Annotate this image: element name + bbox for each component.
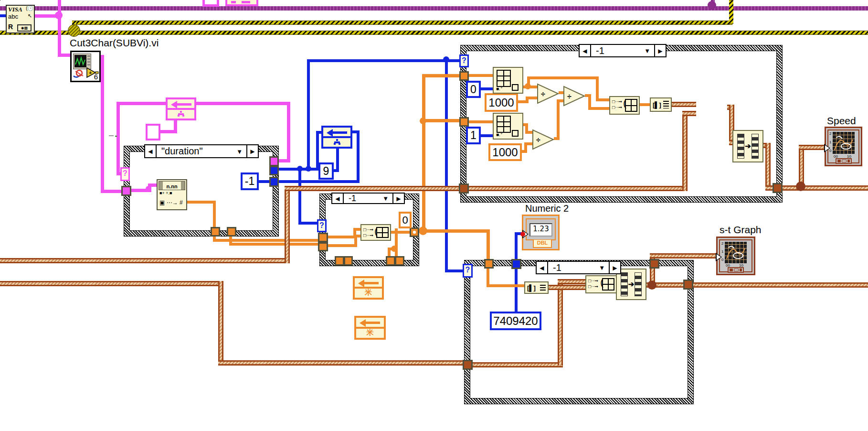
wire-1000a-h2[interactable] <box>526 97 538 99</box>
wire-botcase-inside-h[interactable] <box>472 362 563 367</box>
wire-ba1-out[interactable] <box>640 103 651 106</box>
wire-ba1-top-h[interactable] <box>596 98 609 101</box>
wire-array-left-riser[interactable] <box>285 188 290 263</box>
tunnel-middle-in2[interactable] <box>318 242 328 251</box>
divide-node-2[interactable]: ÷ <box>563 86 585 106</box>
wire-selector-feed-v[interactable] <box>116 102 120 175</box>
wire-ba3-top-in[interactable] <box>558 279 586 284</box>
st-graph-label[interactable]: s-t Graph <box>720 224 762 236</box>
wire-0big-h[interactable] <box>481 87 494 90</box>
cluster-node-1[interactable]: [▌] <box>650 97 672 112</box>
wire-td2-h[interactable] <box>229 243 323 246</box>
wire-t3-stub-v[interactable] <box>388 248 391 257</box>
interp-array-node-1[interactable]: ➔ <box>732 130 763 162</box>
tunnel-big-array-in[interactable] <box>459 183 469 194</box>
subvi-node[interactable]: + 6 <box>70 51 101 82</box>
wire-main-v[interactable] <box>422 74 425 232</box>
case-next-icon[interactable]: ► <box>609 262 620 273</box>
wire-match-out-h[interactable] <box>196 102 290 105</box>
wire-long-up-v[interactable] <box>307 59 310 170</box>
wire-array-bigcase-up[interactable] <box>682 111 688 191</box>
match-pattern-node[interactable] <box>166 97 196 120</box>
divide-node-3[interactable]: ÷ <box>532 129 554 150</box>
wire-m2-h[interactable] <box>327 244 357 247</box>
index-array-node-2[interactable]: ■.⁺ <box>493 113 523 140</box>
wire-bottom-feed-h[interactable] <box>425 229 490 233</box>
tunnel-duration-out1[interactable] <box>269 166 279 175</box>
constant-9[interactable]: 9 <box>318 162 334 180</box>
constant-1-big[interactable]: 1 <box>466 127 481 144</box>
tunnel-middle-out[interactable] <box>410 227 419 237</box>
wire-ba1-top-v[interactable] <box>596 76 599 101</box>
selector-terminal-big[interactable]: ? <box>459 54 469 67</box>
index-array-node-1[interactable]: ■.⁺ <box>493 67 523 94</box>
tunnel-duration-bottom2[interactable] <box>227 227 236 237</box>
tunnel-middle-in1[interactable] <box>318 233 328 242</box>
numeric2-indicator[interactable]: 1.23 DBL <box>522 215 560 250</box>
junction-orange-main[interactable] <box>419 226 427 235</box>
case-prev-icon[interactable]: ◄ <box>537 262 548 273</box>
wire-long-down-v[interactable] <box>445 60 448 272</box>
dropdown-icon[interactable]: ▼ <box>599 264 605 271</box>
subvi-label[interactable]: Cut3Char(SUBVi).vi <box>70 37 159 49</box>
wire-subvi-out-h[interactable] <box>101 190 123 193</box>
junction-pink-scan[interactable] <box>146 186 151 192</box>
wire-array2-left-long[interactable] <box>0 281 223 286</box>
wire-o1-in[interactable] <box>468 74 493 77</box>
tunnel-middle-b4[interactable] <box>395 256 404 266</box>
scan-from-string-node[interactable]: n.nn ■+ +.■ ▣ ⋯→ # <box>157 179 187 210</box>
junction-brown-stgraph[interactable] <box>647 280 656 290</box>
rotate-array-node-b[interactable]: 米 <box>354 316 386 340</box>
wire-speed-trunk[interactable] <box>782 185 868 191</box>
tunnel-bottom-stgraph[interactable] <box>649 259 659 269</box>
case-next-icon[interactable]: ► <box>246 145 258 157</box>
junction-error-wires[interactable] <box>68 24 80 37</box>
case-selector-big[interactable]: ◄ -1 ▼ ► <box>579 44 667 57</box>
wire-visa-resource[interactable] <box>0 6 868 11</box>
case-selector-bottom[interactable]: ◄ -1 ▼ ► <box>536 261 621 274</box>
tunnel-bottom-out[interactable] <box>683 280 693 290</box>
tunnel-bottom-orange-in[interactable] <box>484 259 494 269</box>
tunnel-duration-match-in[interactable] <box>269 156 279 166</box>
constant-neg1[interactable]: -1 <box>241 172 259 190</box>
wire-o2-in[interactable] <box>468 120 493 123</box>
cluster-node-2[interactable]: [▌] <box>524 281 549 294</box>
wire-array2-bottom[interactable] <box>218 360 465 366</box>
wire-ib2-out[interactable] <box>548 285 586 290</box>
constant-0-big[interactable]: 0 <box>466 81 481 98</box>
build-array-node-big[interactable]: □··➞□··➞( <box>609 96 640 115</box>
wire-ia1-top-h[interactable] <box>527 76 599 79</box>
wire-split-out-v[interactable] <box>357 130 360 183</box>
junction-pink-visa[interactable] <box>55 11 63 19</box>
junction-blue-2[interactable] <box>306 166 311 172</box>
wire-bottom-feed-v[interactable] <box>487 229 490 261</box>
index-array-node-middle[interactable]: □··➞□··➞( <box>360 224 391 241</box>
wire-scan-out-h[interactable] <box>187 201 216 204</box>
wire-array-main[interactable] <box>285 186 688 191</box>
tunnel-duration-out2[interactable] <box>269 177 279 187</box>
junction-brown-speed[interactable] <box>796 182 805 191</box>
wire-match-in-h[interactable] <box>116 102 167 105</box>
tunnel-bottom-array-in[interactable] <box>463 360 473 370</box>
tunnel-middle-b1[interactable] <box>335 256 344 266</box>
speed-indicator[interactable]: 2 1 0 00 10 <box>825 127 862 166</box>
wire-array2-drop[interactable] <box>218 281 223 364</box>
partial-pink-node[interactable] <box>225 0 258 6</box>
numeric2-label[interactable]: Numeric 2 <box>525 203 569 214</box>
wire-error-lower[interactable] <box>0 31 868 35</box>
tunnel-middle-b3[interactable] <box>386 256 395 266</box>
case-prev-icon[interactable]: ◄ <box>580 45 591 56</box>
tunnel-duration-string-in[interactable] <box>121 186 131 196</box>
wire-m1-h[interactable] <box>327 236 356 238</box>
wire-ib1-ba2[interactable] <box>671 102 696 107</box>
wire-long-top-h[interactable] <box>307 59 449 62</box>
case-prev-icon[interactable]: ◄ <box>332 194 344 203</box>
wire-7409420-v[interactable] <box>515 232 518 314</box>
speed-label[interactable]: Speed <box>827 115 856 127</box>
wire-error-upper[interactable] <box>75 21 732 25</box>
junction-orange-0mid[interactable] <box>391 246 397 252</box>
tunnel-big-in2[interactable] <box>459 117 469 127</box>
wire-botcase-out-right[interactable] <box>693 282 868 288</box>
wire-o2-feed[interactable] <box>422 119 461 122</box>
tunnel-duration-bottom1[interactable] <box>211 227 220 237</box>
